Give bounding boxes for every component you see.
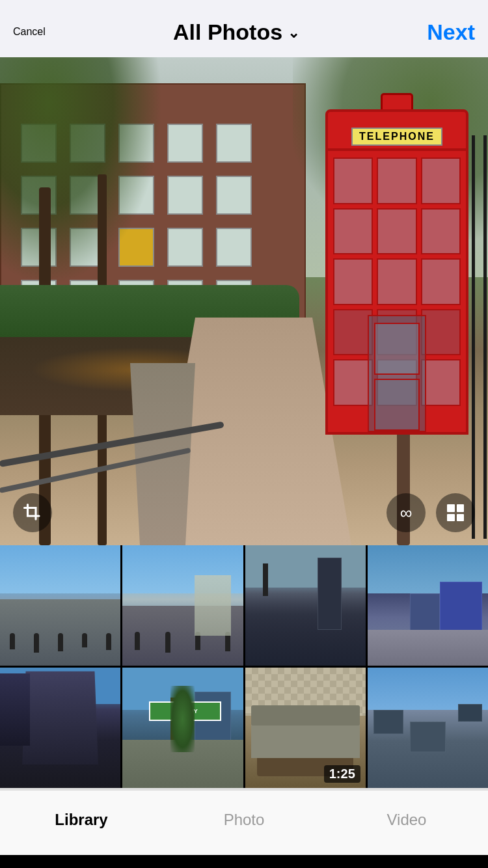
duration-text: 1:25 <box>329 766 355 781</box>
tab-photo[interactable]: Photo <box>163 811 325 829</box>
crop-button[interactable] <box>13 493 52 532</box>
boomerang-button[interactable]: ∞ <box>386 493 426 532</box>
tab-library-label: Library <box>55 811 107 829</box>
preview-scene: TELEPHONE <box>0 57 488 545</box>
iron-fence <box>472 135 488 539</box>
header-bar: Cancel All Photos ⌄ Next <box>0 0 488 57</box>
photo3-buildings <box>245 593 366 666</box>
right-controls: ∞ <box>386 493 475 532</box>
photo1-sky <box>0 545 120 593</box>
photo3-lamp <box>263 563 268 596</box>
photo-grid: FREEWY 1:25 <box>0 545 488 788</box>
tab-bar: Library Photo Video <box>0 790 488 855</box>
photo6-tree <box>170 686 195 752</box>
album-title-text: All Photos <box>173 20 282 45</box>
grid-item-7[interactable]: 1:25 <box>245 668 366 788</box>
photo8-b1 <box>373 710 403 734</box>
crop-icon <box>23 503 42 522</box>
main-photo-preview: TELEPHONE <box>0 57 488 545</box>
photo5-building <box>22 671 98 765</box>
chevron-down-icon: ⌄ <box>288 25 299 42</box>
telephone-booth: TELEPHONE <box>325 109 468 435</box>
booth-door <box>368 315 426 432</box>
infinity-icon: ∞ <box>400 504 413 521</box>
grid-item-5[interactable] <box>0 668 120 788</box>
video-duration-badge: 1:25 <box>324 765 360 783</box>
grid-item-1[interactable] <box>0 545 120 666</box>
photo2-building <box>195 575 231 636</box>
photo4-road <box>368 630 488 666</box>
photo3-skyscraper <box>318 558 342 630</box>
tab-video[interactable]: Video <box>325 811 488 829</box>
booth-header: TELEPHONE <box>328 112 466 151</box>
photo7-sofa-back <box>251 705 360 726</box>
tab-photo-label: Photo <box>224 811 265 829</box>
preview-controls: ∞ <box>0 493 488 532</box>
telephone-sign: TELEPHONE <box>351 128 442 146</box>
layout-button[interactable] <box>436 493 475 532</box>
booth-body: TELEPHONE <box>325 109 468 435</box>
tab-video-label: Video <box>387 811 427 829</box>
photo8-b2 <box>410 722 446 752</box>
grid-item-3[interactable] <box>245 545 366 666</box>
photo7-sofa-seat <box>251 722 360 758</box>
album-selector[interactable]: All Photos ⌄ <box>173 20 299 45</box>
foliage-left <box>0 57 163 285</box>
tab-library[interactable]: Library <box>0 811 163 829</box>
photo1-people <box>0 633 120 653</box>
photo8-b3 <box>458 704 482 722</box>
layout-icon <box>447 504 464 521</box>
grid-item-4[interactable] <box>368 545 488 666</box>
cancel-button[interactable]: Cancel <box>13 26 46 38</box>
grid-item-2[interactable] <box>122 545 243 666</box>
photo5-building2 <box>0 673 30 746</box>
next-button[interactable]: Next <box>427 20 475 45</box>
grid-item-6[interactable]: FREEWY <box>122 668 243 788</box>
grid-item-8[interactable] <box>368 668 488 788</box>
